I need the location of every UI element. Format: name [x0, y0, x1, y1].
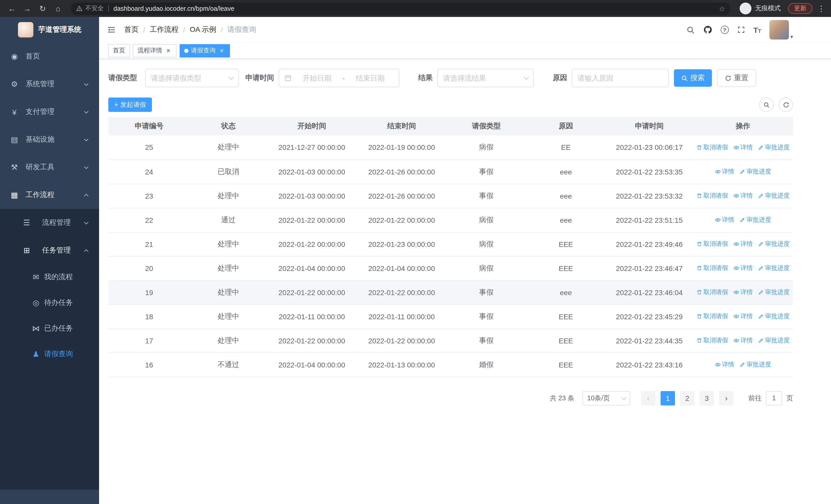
detail-link[interactable]: 详情: [715, 360, 734, 369]
cell-type: 婚假: [447, 353, 526, 377]
incognito-badge[interactable]: 无痕模式: [740, 3, 781, 14]
breadcrumb-item[interactable]: 首页: [124, 25, 139, 34]
cell-status: 处理中: [190, 280, 267, 304]
cell-start: 2022-01-22 00:00:00: [267, 208, 357, 232]
cancel-leave-link[interactable]: 取消请假: [696, 288, 728, 297]
cancel-leave-link[interactable]: 取消请假: [696, 143, 728, 152]
help-icon[interactable]: ?: [720, 26, 728, 34]
page-size-select[interactable]: 10条/页: [582, 391, 630, 405]
sidebar-collapse-icon[interactable]: [107, 25, 116, 34]
table-header: 申请编号状态开始时间结束时间请假类型原因申请时间操作: [108, 117, 793, 136]
create-leave-button[interactable]: + 发起请假: [108, 97, 152, 112]
bookmark-star-icon[interactable]: ☆: [719, 4, 725, 12]
goto-page-input[interactable]: [766, 391, 782, 405]
cancel-leave-link[interactable]: 取消请假: [696, 312, 728, 321]
browser-update-button[interactable]: 更新: [788, 3, 812, 14]
sidebar-item-dev-tools[interactable]: ⚒ 研发工具: [0, 153, 99, 181]
leave-type-select[interactable]: [145, 69, 239, 87]
detail-link[interactable]: 详情: [733, 288, 753, 297]
sidebar-item-done-tasks[interactable]: ⋈ 已办任务: [0, 316, 99, 341]
approval-progress-link[interactable]: 审批进度: [758, 312, 790, 321]
browser-menu-icon[interactable]: ⋮: [816, 4, 826, 13]
search-button[interactable]: 搜索: [674, 69, 712, 87]
result-select-input[interactable]: [443, 74, 521, 82]
detail-link[interactable]: 详情: [733, 312, 753, 321]
cell-status: 处理中: [190, 328, 267, 353]
sidebar-item-home[interactable]: ◉ 首页: [0, 42, 99, 70]
toggle-search-button[interactable]: [759, 97, 774, 112]
reason-field[interactable]: [572, 69, 669, 87]
cancel-leave-link[interactable]: 取消请假: [696, 191, 728, 200]
cancel-leave-link[interactable]: 取消请假: [696, 336, 728, 345]
result-select[interactable]: [437, 69, 534, 87]
prev-page-button[interactable]: ‹: [641, 391, 656, 405]
page-button-1[interactable]: 1: [661, 391, 675, 405]
page-button-3[interactable]: 3: [699, 391, 714, 405]
approval-progress-link[interactable]: 审批进度: [739, 215, 771, 224]
approval-progress-link[interactable]: 审批进度: [739, 360, 771, 369]
approval-progress-link[interactable]: 审批进度: [739, 167, 771, 176]
app-logo[interactable]: 芋道管理系统: [0, 17, 99, 42]
page-button-2[interactable]: 2: [680, 391, 694, 405]
tab-leave-query[interactable]: 请假查询 ×: [180, 44, 230, 57]
chevron-down-icon: [621, 395, 627, 400]
detail-link[interactable]: 详情: [715, 167, 734, 176]
page-unit-label: 页: [786, 393, 793, 403]
sidebar-item-process-management[interactable]: ☰ 流程管理: [0, 209, 99, 237]
approval-progress-link[interactable]: 审批进度: [758, 191, 790, 200]
close-icon[interactable]: ×: [218, 47, 225, 54]
action-label: 取消请假: [704, 336, 728, 345]
cell-status: 处理中: [190, 232, 267, 256]
end-date-input[interactable]: [347, 74, 394, 82]
reset-button[interactable]: 重置: [717, 69, 756, 87]
cancel-leave-link[interactable]: 取消请假: [696, 264, 728, 272]
approval-progress-link[interactable]: 审批进度: [758, 288, 790, 297]
address-bar[interactable]: 不安全 dashboard.yudao.iocoder.cn/bpm/oa/le…: [71, 2, 730, 14]
reason-input[interactable]: [577, 74, 663, 82]
sidebar-item-my-processes[interactable]: ✉ 我的流程: [0, 264, 99, 290]
approval-progress-link[interactable]: 审批进度: [758, 336, 790, 345]
sidebar-item-workflow[interactable]: ▦ 工作流程: [0, 181, 99, 209]
fullscreen-icon[interactable]: [737, 26, 745, 34]
sidebar-item-infrastructure[interactable]: ▤ 基础设施: [0, 126, 99, 153]
breadcrumb-item[interactable]: OA 示例: [190, 25, 216, 34]
breadcrumb-item[interactable]: 工作流程: [150, 25, 179, 34]
sidebar-item-todo-tasks[interactable]: ◎ 待办任务: [0, 290, 99, 316]
approval-progress-link[interactable]: 审批进度: [758, 143, 790, 152]
forward-button[interactable]: →: [21, 2, 34, 15]
sidebar-item-leave-query[interactable]: ♟ 请假查询: [0, 341, 99, 367]
approval-progress-link[interactable]: 审批进度: [758, 264, 790, 272]
user-menu[interactable]: ▾: [769, 20, 793, 39]
search-icon[interactable]: [686, 25, 695, 34]
back-button[interactable]: ←: [5, 2, 19, 15]
sidebar-item-payment-management[interactable]: ¥ 支付管理: [0, 98, 99, 126]
detail-link[interactable]: 详情: [733, 336, 753, 345]
detail-link[interactable]: 详情: [733, 191, 753, 200]
close-icon[interactable]: ×: [165, 47, 172, 54]
cancel-leave-link[interactable]: 取消请假: [696, 240, 728, 248]
action-label: 审批进度: [747, 360, 771, 369]
github-icon[interactable]: [703, 25, 712, 34]
detail-link[interactable]: 详情: [715, 215, 734, 224]
next-page-button[interactable]: ›: [719, 391, 734, 405]
apply-time-range-picker[interactable]: -: [279, 69, 399, 87]
font-size-icon[interactable]: TT: [753, 26, 761, 34]
url-text[interactable]: dashboard.yudao.iocoder.cn/bpm/oa/leave: [113, 5, 715, 12]
chevron-down-icon: [524, 75, 529, 80]
reload-button[interactable]: ↻: [36, 2, 49, 15]
tab-process-detail[interactable]: 流程详情 ×: [133, 44, 177, 57]
site-security-indicator[interactable]: 不安全: [76, 4, 104, 13]
detail-link[interactable]: 详情: [733, 264, 753, 272]
chevron-down-icon: [229, 75, 234, 80]
sidebar-item-system-management[interactable]: ⚙ 系统管理: [0, 70, 99, 98]
approval-progress-link[interactable]: 审批进度: [758, 240, 790, 248]
detail-link[interactable]: 详情: [733, 143, 753, 152]
leave-type-select-input[interactable]: [151, 74, 226, 82]
sidebar-item-task-management[interactable]: ⊞ 任务管理: [0, 237, 99, 264]
cell-applied: 2022-01-22 23:53:35: [606, 159, 693, 184]
detail-link[interactable]: 详情: [733, 240, 753, 248]
start-date-input[interactable]: [294, 74, 340, 82]
tab-home[interactable]: 首页: [108, 44, 130, 57]
home-button[interactable]: ⌂: [51, 2, 65, 15]
refresh-table-button[interactable]: [779, 97, 793, 112]
